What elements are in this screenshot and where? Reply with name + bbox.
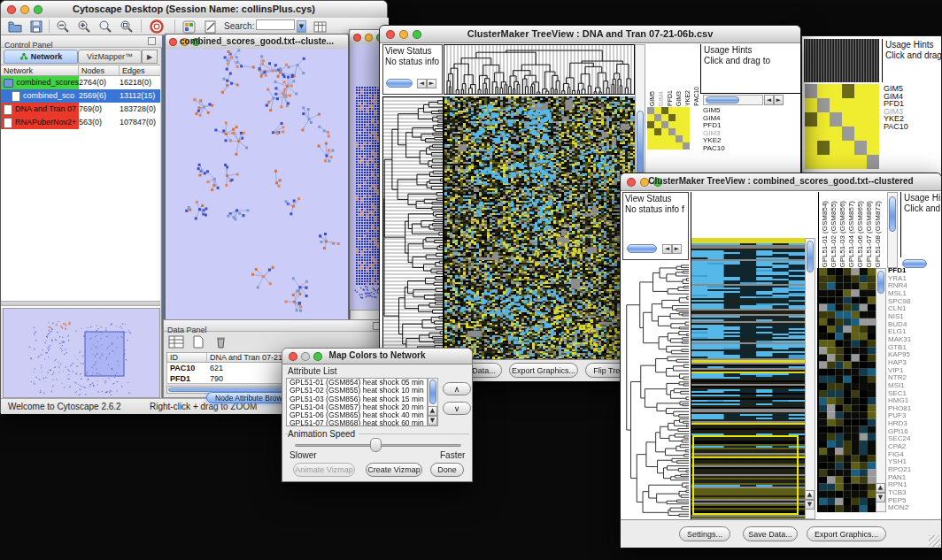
column-header-network[interactable]: Network [1,65,79,75]
global-heatmap-canvas[interactable] [691,238,805,519]
delete-attribute-icon[interactable] [212,334,229,349]
main-toolbar: Search: ▼ [1,18,389,35]
usage-hints-text: Click and drag t [885,50,942,61]
minimize-button[interactable] [365,34,373,42]
scroll-down-icon[interactable]: ▼ [428,416,437,426]
gene-label[interactable]: PAC10 [703,145,740,153]
treeview-window-fragment: Usage Hints Click and drag t GIM5GIM4PFD… [801,35,942,177]
view-status-title: View Status [383,45,442,57]
scrollbar-thumb[interactable] [429,380,436,404]
column-header-nodes[interactable]: Nodes [79,65,120,75]
slider-thumb[interactable] [370,438,382,452]
data-col-id[interactable]: ID [167,353,207,362]
tab-overflow-icon[interactable]: ▶ [142,50,158,64]
scroll-up-icon[interactable]: ▲ [428,406,437,416]
attribute-item[interactable]: GPL51-07 (GSM868) heat shock 60 min [287,419,427,426]
usage-hints-title: Usage Hints [904,193,942,203]
zoom-in-icon[interactable] [75,19,93,35]
scroll-left-icon[interactable]: ◄ [764,95,774,105]
search-input[interactable] [256,19,295,30]
animation-speed-label: Animation Speed [288,429,359,439]
settings-button[interactable]: Settings... [679,526,730,541]
usage-hints-text: Click and [904,203,942,214]
move-down-button[interactable]: ∨ [443,402,471,415]
network-row[interactable]: DNA and Tran 07 769(0) 183728(0) [1,103,160,116]
scroll-right-icon[interactable]: ► [774,95,784,105]
scrollbar-thumb[interactable] [877,271,884,294]
vertical-scrollbar[interactable]: ▲ ▼ [805,238,815,519]
gene-label[interactable]: PAC10 [884,123,937,131]
array-label: GPL51-06 (GSM865) [856,201,865,268]
main-titlebar[interactable]: Cytoscape Desktop (Session Name: collins… [1,1,387,19]
vertical-scrollbar[interactable]: ▲ ▼ [428,378,438,426]
help-lifering-icon[interactable] [148,19,166,35]
zoom-heatmap-matrix[interactable] [805,84,879,169]
zoom-out-icon[interactable] [54,19,72,35]
create-vizmap-button[interactable]: Create Vizmap [366,463,422,477]
scrollbar-thumb[interactable] [807,241,814,272]
horizontal-scrollbar[interactable] [703,95,763,105]
tv2-titlebar[interactable]: ClusterMaker TreeView : combined_scores_… [621,173,941,191]
map-colors-dialog: Map Colors to Network Attribute List GPL… [282,348,473,482]
new-attribute-icon[interactable] [189,334,207,349]
tv1-titlebar[interactable]: ClusterMaker TreeView : DNA and Tran 07-… [380,26,800,43]
scrollbar-thumb[interactable] [627,244,657,253]
scrollbar-thumb[interactable] [706,96,739,104]
annotation-icon[interactable] [201,19,219,35]
export-graphics-button[interactable]: Export Graphics... [807,526,886,541]
array-label: GPL51-02 (GSM855) [830,201,838,268]
vertical-scrollbar[interactable] [887,192,898,268]
scrollbar-thumb[interactable] [889,196,896,232]
vizmapper-icon[interactable] [180,19,197,35]
scroll-right-icon[interactable]: ► [427,79,436,88]
export-graphics-button[interactable]: Export Graphics... [509,363,578,378]
array-label-list: GPL51-01 (GSM854)GPL51-02 (GSM855)GPL51-… [818,192,885,268]
dialog-titlebar[interactable]: Map Colors to Network [282,349,472,364]
close-button[interactable] [353,34,361,42]
network-row[interactable]: RNAPuberNov2+ 563(0) 107847(0) [1,116,160,129]
zoom-selected-icon[interactable] [118,19,135,35]
zoom-fit-icon[interactable] [97,19,114,35]
scroll-down-icon[interactable]: ▼ [805,500,815,510]
scroll-right-icon[interactable]: ► [672,244,682,254]
array-dendrogram[interactable] [444,44,635,95]
vertical-scrollbar[interactable]: ▲ ▼ [876,268,886,512]
global-heatmap-canvas[interactable] [444,96,636,359]
gene-dendrogram[interactable] [382,96,444,359]
attribute-table-icon[interactable] [167,334,185,349]
network-row[interactable]: combined_scores 2764(0) 16218(0) [1,76,160,89]
gene-dendrogram[interactable] [622,262,689,519]
tab-vizmapper[interactable]: VizMapper™ [78,50,142,64]
float-icon[interactable] [148,37,156,45]
view-status-text: No status info f [623,204,688,215]
frame1-titlebar[interactable]: combined_scores_good.txt--cluste... [166,35,348,50]
gene-label[interactable]: MON2 [888,504,939,512]
scroll-up-icon[interactable]: ▲ [876,483,885,493]
slower-label: Slower [290,450,317,460]
scroll-up-icon[interactable]: ▲ [805,490,815,500]
scroll-left-icon[interactable]: ◄ [417,79,427,88]
done-button[interactable]: Done [430,463,464,477]
move-up-button[interactable]: ∧ [443,382,471,395]
zoom-heatmap-matrix[interactable] [647,107,690,150]
network-canvas[interactable] [166,49,348,320]
network-doc-icon [4,118,12,128]
array-dendrogram[interactable] [691,192,816,238]
splitter-handle[interactable] [1,301,160,306]
import-table-icon[interactable] [311,19,328,35]
scrollbar-thumb[interactable] [386,79,413,88]
search-dropdown-icon[interactable]: ▼ [297,20,306,33]
zoom-heatmap-canvas[interactable] [817,268,876,512]
save-icon[interactable] [27,19,45,35]
network-row-selected[interactable]: combined_sco 2569(6) 13112(15) [1,89,160,103]
column-header-edges[interactable]: Edges [120,65,160,75]
animate-vizmap-button[interactable]: Animate Vizmap [293,463,355,477]
save-data-button[interactable]: Save Data... [743,526,798,541]
scroll-down-icon[interactable]: ▼ [876,493,885,502]
resize-grip[interactable] [929,535,940,547]
tab-network[interactable]: Network [4,50,78,64]
scroll-left-icon[interactable]: ◄ [662,244,672,254]
open-file-icon[interactable] [6,19,24,35]
search-label: Search: [224,21,254,31]
network-overview-canvas[interactable] [3,308,160,398]
